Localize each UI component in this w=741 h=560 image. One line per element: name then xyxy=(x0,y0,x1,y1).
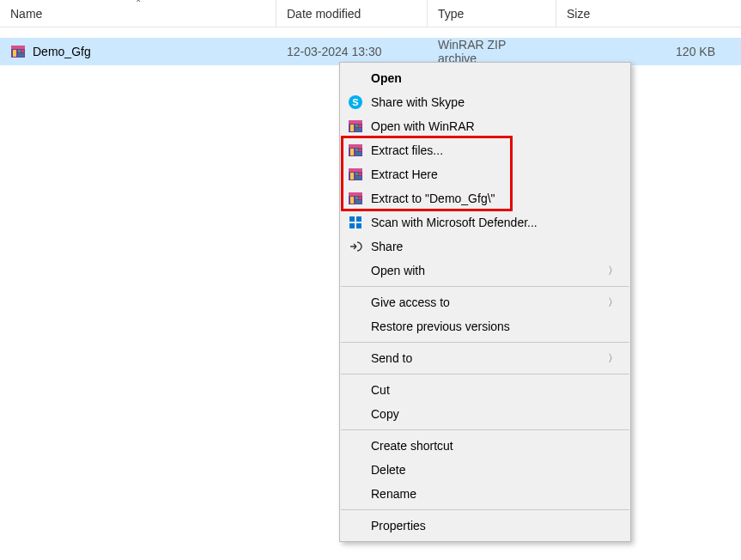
menu-separator xyxy=(341,286,629,287)
svg-rect-9 xyxy=(349,120,362,124)
chevron-right-icon: 〉 xyxy=(608,264,618,278)
file-date-cell: 12-03-2024 13:30 xyxy=(276,45,428,58)
menu-scan-defender-label: Scan with Microsoft Defender... xyxy=(371,216,618,229)
winrar-icon xyxy=(347,142,364,159)
menu-rename-label: Rename xyxy=(347,487,618,501)
menu-extract-to-label: Extract to "Demo_Gfg\" xyxy=(371,192,618,205)
menu-rename[interactable]: Rename xyxy=(340,482,630,506)
menu-give-access[interactable]: Give access to 〉 xyxy=(340,290,630,314)
menu-delete[interactable]: Delete xyxy=(340,458,630,482)
svg-rect-31 xyxy=(355,200,361,204)
svg-rect-25 xyxy=(355,176,361,180)
menu-copy-label: Copy xyxy=(347,407,618,421)
menu-properties-label: Properties xyxy=(347,519,618,533)
menu-open-with[interactable]: Open with 〉 xyxy=(340,259,630,283)
menu-share-label: Share xyxy=(371,240,618,253)
menu-open-with-label: Open with xyxy=(347,264,608,277)
menu-extract-here-label: Extract Here xyxy=(371,167,618,181)
menu-copy[interactable]: Copy xyxy=(340,402,630,426)
svg-text:S: S xyxy=(352,97,358,107)
menu-separator xyxy=(341,429,629,430)
menu-send-to[interactable]: Send to 〉 xyxy=(340,346,630,370)
winrar-file-icon xyxy=(10,44,26,59)
chevron-right-icon: 〉 xyxy=(608,295,618,310)
menu-send-to-label: Send to xyxy=(347,351,608,365)
menu-separator xyxy=(341,509,629,510)
svg-rect-1 xyxy=(11,46,25,49)
menu-share-skype[interactable]: S Share with Skype xyxy=(340,90,630,114)
winrar-icon xyxy=(347,118,364,135)
file-name-label: Demo_Gfg xyxy=(33,45,91,58)
svg-rect-30 xyxy=(359,197,361,199)
menu-extract-files[interactable]: Extract files... xyxy=(340,138,630,162)
svg-rect-5 xyxy=(18,53,24,57)
svg-rect-12 xyxy=(359,125,361,127)
winrar-icon xyxy=(347,166,364,183)
svg-rect-29 xyxy=(355,197,358,199)
svg-rect-15 xyxy=(349,144,362,148)
file-name-cell: Demo_Gfg xyxy=(0,44,276,59)
svg-rect-18 xyxy=(359,149,361,151)
menu-open-label: Open xyxy=(347,71,618,85)
menu-properties[interactable]: Properties xyxy=(340,514,630,538)
svg-rect-2 xyxy=(13,50,16,57)
menu-create-shortcut-label: Create shortcut xyxy=(347,439,618,453)
file-size-cell: 120 KB xyxy=(556,45,741,58)
chevron-right-icon: 〉 xyxy=(608,351,618,366)
menu-open-winrar[interactable]: Open with WinRAR xyxy=(340,114,630,138)
menu-cut-label: Cut xyxy=(347,383,618,397)
menu-open[interactable]: Open xyxy=(340,66,630,90)
svg-rect-11 xyxy=(355,125,358,127)
column-header-type-label: Type xyxy=(438,7,464,21)
svg-rect-10 xyxy=(350,125,354,131)
menu-share[interactable]: Share xyxy=(340,234,630,259)
column-header-name[interactable]: Name ⌃ xyxy=(0,0,276,27)
menu-separator xyxy=(341,374,629,374)
menu-delete-label: Delete xyxy=(347,463,618,477)
menu-separator xyxy=(341,342,629,343)
svg-rect-34 xyxy=(349,223,355,228)
menu-extract-files-label: Extract files... xyxy=(371,143,618,157)
column-header-type[interactable]: Type xyxy=(428,0,556,27)
menu-restore-previous[interactable]: Restore previous versions xyxy=(340,314,630,338)
menu-give-access-label: Give access to xyxy=(347,295,608,309)
menu-extract-here[interactable]: Extract Here xyxy=(340,162,630,186)
column-header-size[interactable]: Size xyxy=(556,0,741,27)
svg-rect-28 xyxy=(350,197,354,204)
share-icon xyxy=(347,238,364,255)
svg-rect-22 xyxy=(350,173,354,180)
svg-rect-13 xyxy=(355,128,361,131)
svg-rect-32 xyxy=(349,216,355,222)
menu-share-skype-label: Share with Skype xyxy=(371,95,618,109)
svg-rect-17 xyxy=(355,149,358,151)
menu-create-shortcut[interactable]: Create shortcut xyxy=(340,434,630,458)
svg-rect-33 xyxy=(356,216,361,222)
column-header-date[interactable]: Date modified xyxy=(276,0,428,27)
menu-scan-defender[interactable]: Scan with Microsoft Defender... xyxy=(340,210,630,234)
defender-shield-icon xyxy=(347,214,364,231)
menu-extract-to[interactable]: Extract to "Demo_Gfg\" xyxy=(340,186,630,210)
menu-cut[interactable]: Cut xyxy=(340,378,630,402)
svg-rect-4 xyxy=(21,50,24,52)
column-header-row: Name ⌃ Date modified Type Size xyxy=(0,0,741,27)
svg-rect-21 xyxy=(349,168,362,172)
svg-rect-24 xyxy=(359,173,361,175)
column-header-name-label: Name xyxy=(10,7,42,21)
skype-icon: S xyxy=(347,94,364,111)
svg-rect-3 xyxy=(18,50,21,52)
column-header-size-label: Size xyxy=(567,7,590,21)
menu-open-winrar-label: Open with WinRAR xyxy=(371,119,618,133)
svg-rect-19 xyxy=(355,152,361,155)
svg-rect-35 xyxy=(356,223,361,228)
winrar-icon xyxy=(347,190,364,207)
sort-ascending-icon: ⌃ xyxy=(135,0,142,8)
column-header-date-label: Date modified xyxy=(287,7,361,21)
menu-restore-previous-label: Restore previous versions xyxy=(347,320,618,333)
context-menu: Open S Share with Skype Open with WinRAR… xyxy=(339,62,631,542)
svg-rect-16 xyxy=(350,149,354,155)
svg-rect-23 xyxy=(355,173,358,175)
svg-rect-27 xyxy=(349,192,362,196)
